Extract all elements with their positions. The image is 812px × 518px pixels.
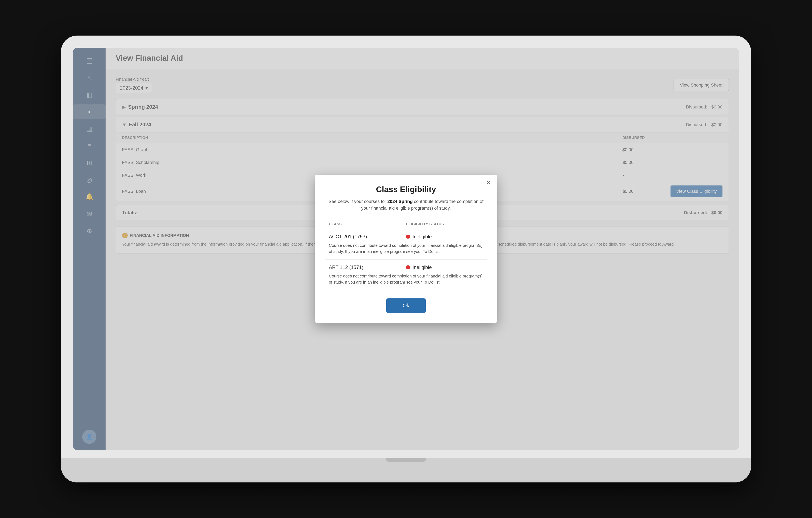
- course-1-desc: Course does not contribute toward comple…: [329, 242, 483, 254]
- course-1-status: Ineligible: [412, 234, 432, 240]
- laptop-base: [61, 458, 751, 483]
- main-content: View Financial Aid Financial Aid Year: 2…: [106, 48, 739, 450]
- course-2-desc: Course does not contribute toward comple…: [329, 273, 483, 285]
- course-1-status-dot: [406, 235, 410, 239]
- modal-subtitle-before: See below if your courses for: [328, 199, 387, 204]
- modal-course-1: ACCT 201 (1753) Ineligible Course does n…: [325, 229, 487, 260]
- class-eligibility-modal: ✕ Class Eligibility See below if your co…: [315, 175, 497, 323]
- modal-col-class: CLASS: [329, 222, 406, 226]
- modal-title: Class Eligibility: [325, 185, 487, 194]
- laptop-notch: [386, 458, 426, 462]
- modal-subtitle: See below if your courses for 2024 Sprin…: [325, 198, 487, 212]
- course-2-eligibility: Ineligible: [406, 265, 483, 270]
- modal-course-2: ART 112 (1571) Ineligible Course does no…: [325, 260, 487, 290]
- course-1-eligibility: Ineligible: [406, 234, 483, 240]
- course-2-status-dot: [406, 265, 410, 269]
- modal-overlay: ✕ Class Eligibility See below if your co…: [106, 48, 739, 450]
- modal-table-header: CLASS ELIGIBILITY STATUS: [325, 220, 487, 229]
- modal-close-button[interactable]: ✕: [486, 180, 491, 186]
- course-1-name: ACCT 201 (1753): [329, 234, 406, 240]
- modal-subtitle-bold: 2024 Spring: [387, 199, 413, 204]
- modal-ok-button[interactable]: Ok: [386, 298, 426, 313]
- modal-col-eligibility: ELIGIBILITY STATUS: [406, 222, 483, 226]
- course-2-status: Ineligible: [412, 265, 432, 270]
- course-2-name: ART 112 (1571): [329, 265, 406, 270]
